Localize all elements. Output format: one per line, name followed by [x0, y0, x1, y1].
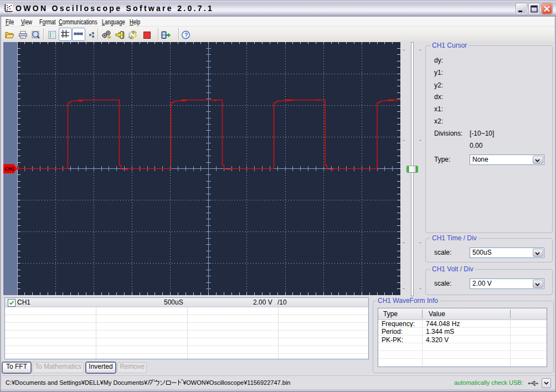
svg-text:?: ?: [184, 32, 188, 38]
svg-text:CH1: CH1: [4, 166, 14, 172]
